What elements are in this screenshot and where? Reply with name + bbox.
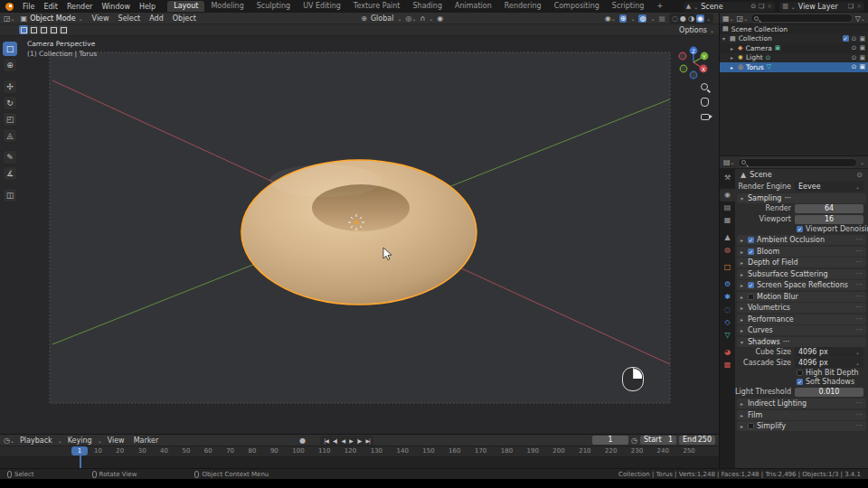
tab-animation[interactable]: Animation (448, 1, 498, 12)
view-layer-selector[interactable]: ▥ ⌄ View Layer ❏ × (779, 2, 864, 12)
expand-arrow-icon[interactable]: ▸ (731, 64, 735, 70)
scene-name[interactable]: Scene (701, 3, 748, 11)
panel-shadows[interactable]: ▾ Shadows ··· (737, 337, 866, 347)
light-threshold-field[interactable]: 0.010 (795, 388, 863, 397)
render-visibility-icon[interactable]: ▣ (859, 63, 865, 70)
tab-render[interactable]: ◉ (720, 189, 735, 202)
jump-to-start-button[interactable]: |◀ (322, 437, 330, 444)
play-reverse-button[interactable]: ◀ (340, 437, 347, 444)
render-visibility-icon[interactable]: ▣ (859, 35, 865, 42)
sampling-render-field[interactable]: 64 (795, 204, 863, 213)
render-engine-dropdown[interactable]: Eevee ⌄ (795, 182, 863, 192)
menu-view[interactable]: View (104, 436, 128, 445)
soft-shadows-checkbox[interactable]: ✓ (797, 379, 803, 385)
panel-subsurface-scattering[interactable]: ▸Subsurface Scattering··· (737, 269, 866, 279)
tab-output[interactable]: ▤ (720, 202, 735, 214)
annotate-tool[interactable]: ✎ (3, 150, 17, 164)
panel-volumetrics[interactable]: ▸Volumetrics··· (737, 303, 866, 313)
timeline-tracks[interactable] (0, 457, 719, 468)
panel-bloom[interactable]: ▸✓ Bloom··· (737, 247, 866, 257)
preview-range-clock-icon[interactable]: ◷ (631, 436, 637, 445)
panel-performance[interactable]: ▸Performance··· (737, 314, 866, 324)
menu-edit[interactable]: Edit (39, 3, 62, 11)
menu-marker[interactable]: Marker (130, 436, 163, 445)
tab-material[interactable]: ◕ (720, 346, 735, 359)
select-intersect-icon[interactable] (59, 25, 68, 34)
view-layer-name[interactable]: View Layer (798, 3, 845, 11)
tab-constraints[interactable]: ◇ (720, 316, 735, 329)
tab-scene[interactable]: ▲ (720, 231, 735, 244)
panel-curves[interactable]: ▸Curves··· (737, 325, 866, 335)
outliner-row-scene-collection[interactable]: ▤ Scene Collection (720, 24, 868, 34)
panel-ambient-occlusion[interactable]: ▸✓ Ambient Occlusion··· (737, 235, 866, 245)
gizmos-toggle-icon[interactable]: ⊕ (619, 14, 627, 23)
tab-physics[interactable]: ◌ (720, 304, 735, 316)
panel-simplify[interactable]: ▸ Simplify··· (737, 421, 866, 431)
menu-playback[interactable]: Playback (16, 436, 56, 445)
options-button[interactable]: Options ⌄ (679, 26, 714, 34)
hide-eye-icon[interactable]: ⊙ (852, 63, 857, 70)
sampling-viewport-field[interactable]: 16 (795, 215, 863, 224)
auto-keying-record-icon[interactable]: ● (299, 436, 306, 445)
tab-object-data[interactable]: ▽ (720, 329, 735, 342)
hide-eye-icon[interactable]: ⊙ (852, 54, 857, 61)
orientation-dropdown[interactable]: Global (371, 14, 394, 23)
panel-film[interactable]: ▸Film··· (737, 410, 866, 420)
outliner-row-collection[interactable]: ▾ ▤ Collection ✓ ⊙ ▣ (720, 34, 868, 44)
expand-arrow-icon[interactable]: ▸ (731, 54, 735, 61)
torus-object[interactable] (241, 160, 476, 305)
pan-view-icon[interactable] (701, 98, 712, 109)
tab-compositing[interactable]: Compositing (548, 1, 606, 12)
menu-object[interactable]: Object (169, 14, 200, 23)
tab-tool[interactable]: ⚒ (720, 172, 735, 184)
camera-view-icon[interactable] (701, 112, 712, 124)
pin-icon[interactable]: ⊙ (750, 3, 756, 10)
high-bit-depth-checkbox[interactable] (797, 370, 803, 376)
outliner-search[interactable] (750, 14, 853, 23)
tab-rendering[interactable]: Rendering (498, 1, 548, 12)
panel-options-icon[interactable]: ··· (784, 194, 791, 202)
tab-modeling[interactable]: Modeling (204, 1, 250, 12)
rendered-shading-icon[interactable]: ◉ (696, 14, 704, 23)
tab-modifiers[interactable]: ⚙ (720, 278, 735, 291)
editor-type-icon[interactable]: ▤⌄ (723, 158, 735, 166)
current-frame-badge[interactable]: 1 (71, 446, 88, 455)
solid-shading-icon[interactable]: ● (680, 14, 686, 23)
tab-texture-paint[interactable]: Texture Paint (347, 1, 407, 12)
current-frame-field[interactable]: 1 (592, 436, 628, 445)
new-layer-icon[interactable]: ❏ (848, 3, 854, 10)
wireframe-shading-icon[interactable]: ◌ (672, 14, 678, 23)
panel-options-icon[interactable]: ··· (783, 338, 790, 346)
menu-help[interactable]: Help (135, 3, 160, 11)
panel-checkbox[interactable] (748, 423, 754, 429)
panel-motion-blur[interactable]: ▸ Motion Blur··· (737, 292, 866, 302)
outliner-search-input[interactable] (760, 14, 849, 22)
gizmo-neg-z-axis[interactable] (690, 71, 697, 79)
menu-window[interactable]: Window (97, 3, 135, 11)
panel-screen-space-reflections[interactable]: ▸✓ Screen Space Reflections··· (737, 280, 866, 290)
material-shading-icon[interactable]: ◑ (688, 14, 694, 23)
menu-view[interactable]: View (89, 14, 113, 23)
tab-view-layer[interactable]: ▦ (720, 214, 735, 227)
rotate-tool[interactable]: ↻ (3, 96, 17, 110)
gizmo-neg-y-axis[interactable] (680, 65, 687, 72)
play-button[interactable]: ▶ (347, 437, 354, 444)
measure-tool[interactable]: ∡ (3, 166, 17, 181)
panel-indirect-lighting[interactable]: ▸Indirect Lighting··· (737, 399, 866, 408)
panel-sampling[interactable]: ▾ Sampling ··· (737, 193, 866, 203)
tab-shading[interactable]: Shading (406, 1, 448, 12)
cursor-tool[interactable]: ⊕ (3, 58, 17, 72)
pin-icon[interactable]: ⊙ (856, 171, 863, 179)
panel-checkbox[interactable]: ✓ (748, 249, 754, 255)
select-set-icon[interactable] (19, 25, 28, 34)
editor-type-icon[interactable]: ◷⌄ (4, 436, 14, 445)
cube-size-dropdown[interactable]: 4096 px⌄ (795, 347, 863, 357)
select-box-tool[interactable]: □ (3, 42, 17, 56)
snapping-dropdown-icon[interactable]: ⌄ (429, 14, 433, 23)
snap-magnet-icon[interactable]: ∩ (420, 14, 425, 23)
select-subtract-icon[interactable] (39, 25, 48, 34)
new-scene-icon[interactable]: ❏ (759, 3, 764, 10)
add-cube-tool[interactable]: ◫ (3, 188, 17, 202)
jump-to-end-button[interactable]: ▶| (363, 437, 372, 444)
tab-particles[interactable]: ✱ (720, 291, 735, 304)
